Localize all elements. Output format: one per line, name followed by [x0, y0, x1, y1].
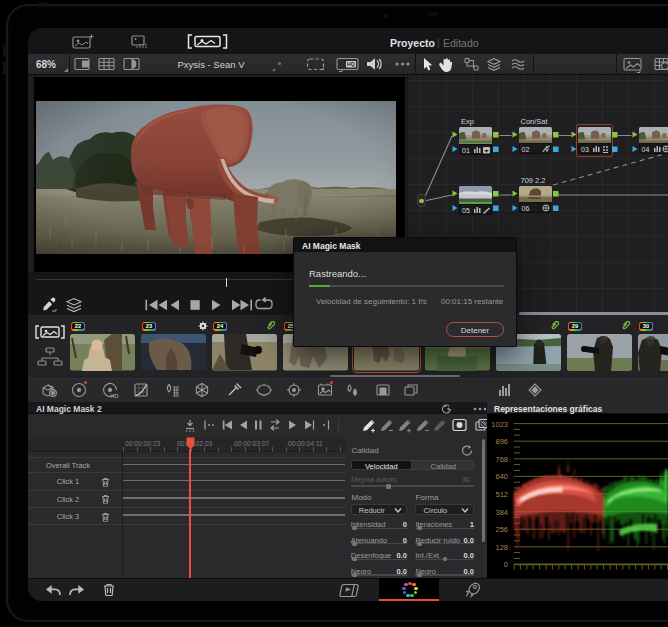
svg-text:HQ: HQ [347, 61, 355, 67]
svg-text:HDR: HDR [111, 393, 120, 399]
